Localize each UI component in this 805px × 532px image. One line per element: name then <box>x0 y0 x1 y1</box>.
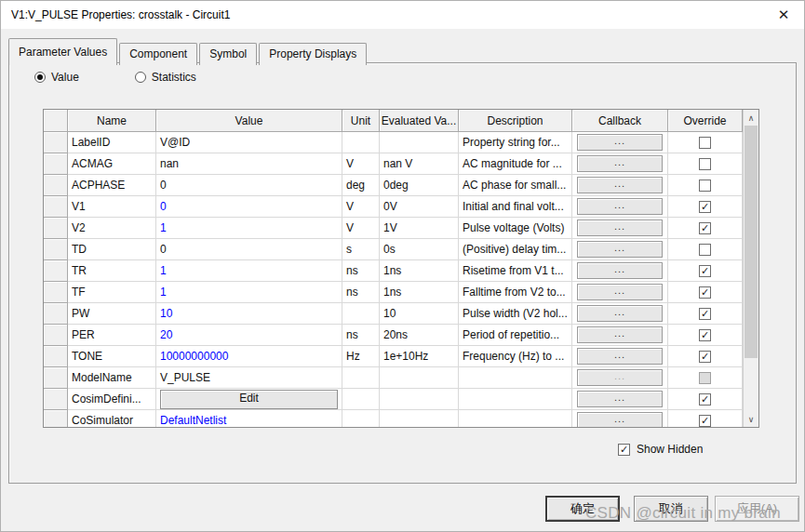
cell-value[interactable]: 1 <box>156 260 342 282</box>
scroll-up-icon[interactable]: ∧ <box>744 110 758 126</box>
row-selector[interactable] <box>44 218 68 239</box>
vertical-scrollbar[interactable]: ∧ ∨ <box>743 110 758 427</box>
tab-property-displays[interactable]: Property Displays <box>259 43 367 65</box>
row-selector[interactable] <box>44 282 68 303</box>
override-checkbox[interactable]: ✓ <box>699 351 711 363</box>
cell-evaluated: 1ns <box>380 282 459 303</box>
callback-button[interactable]: ... <box>577 348 663 365</box>
row-selector[interactable] <box>44 239 68 260</box>
cell-evaluated: 10 <box>380 303 459 325</box>
callback-button[interactable]: ... <box>577 155 663 172</box>
override-checkbox[interactable]: ✓ <box>699 329 711 341</box>
override-checkbox[interactable]: ✓ <box>699 201 711 213</box>
cell-unit: s <box>342 239 380 260</box>
edit-button[interactable]: Edit <box>160 390 338 409</box>
cell-description: (Positive) delay tim... <box>459 239 572 260</box>
callback-button[interactable]: ... <box>577 326 663 343</box>
cell-value[interactable]: 1 <box>156 282 342 303</box>
row-selector[interactable] <box>44 132 68 153</box>
apply-button[interactable]: 应用(A) <box>715 496 799 522</box>
cell-value[interactable]: V@ID <box>156 132 342 153</box>
row-selector[interactable] <box>44 303 68 325</box>
override-checkbox[interactable]: ✓ <box>699 222 711 234</box>
cell-callback: ... <box>572 346 668 367</box>
value-text: 10 <box>160 307 172 320</box>
row-selector[interactable] <box>44 325 68 346</box>
cell-description: AC magnitude for ... <box>459 153 572 175</box>
cell-value[interactable]: DefaultNetlist <box>156 410 342 427</box>
radio-value-icon[interactable] <box>34 72 46 83</box>
override-checkbox[interactable]: ✓ <box>699 286 711 299</box>
row-selector[interactable] <box>44 260 68 282</box>
cell-value[interactable]: 0 <box>156 239 342 260</box>
cell-override <box>668 132 743 153</box>
cell-override <box>668 153 743 175</box>
properties-dialog: V1:V_PULSE Properties: crosstalk - Circu… <box>0 0 805 532</box>
callback-button[interactable]: ... <box>577 198 663 215</box>
override-checkbox[interactable]: ✓ <box>699 308 711 320</box>
cell-description: Period of repetitio... <box>459 325 572 346</box>
cell-callback: ... <box>572 132 668 153</box>
cell-evaluated: 0deg <box>380 175 459 196</box>
scroll-down-icon[interactable]: ∨ <box>744 411 758 427</box>
cell-unit: V <box>342 153 380 175</box>
cell-value[interactable]: nan <box>156 153 342 175</box>
cell-value[interactable]: 0 <box>156 196 342 218</box>
cell-callback: ... <box>572 367 668 389</box>
radio-value[interactable]: Value <box>34 71 79 84</box>
row-selector[interactable] <box>44 346 68 367</box>
cell-value[interactable]: 10 <box>156 303 342 325</box>
cell-value[interactable]: Edit <box>156 389 342 410</box>
cell-value[interactable]: 1 <box>156 218 342 239</box>
callback-button[interactable]: ... <box>577 262 663 279</box>
cell-value[interactable]: 10000000000 <box>156 346 342 367</box>
cell-name: V2 <box>68 218 156 239</box>
cancel-button[interactable]: 取消 <box>634 496 708 522</box>
callback-button[interactable]: ... <box>577 219 663 236</box>
cell-value[interactable]: V_PULSE <box>156 367 342 389</box>
callback-button[interactable]: ... <box>577 305 663 322</box>
tab-parameter-values[interactable]: Parameter Values <box>8 38 117 65</box>
cell-value[interactable]: 0 <box>156 175 342 196</box>
cell-callback: ... <box>572 410 668 427</box>
cell-callback: ... <box>572 218 668 239</box>
cell-description <box>459 410 572 427</box>
radio-statistics-label: Statistics <box>152 71 196 84</box>
ok-button[interactable]: 确定 <box>545 496 620 522</box>
cell-unit: ns <box>342 260 380 282</box>
close-icon[interactable]: ✕ <box>769 1 798 29</box>
scrollbar-thumb[interactable] <box>745 126 758 358</box>
show-hidden-box-icon[interactable]: ✓ <box>618 444 630 456</box>
row-selector[interactable] <box>44 153 68 175</box>
row-selector[interactable] <box>44 196 68 218</box>
tab-component[interactable]: Component <box>119 43 197 65</box>
override-checkbox[interactable]: ✓ <box>699 415 711 427</box>
cell-value[interactable]: 20 <box>156 325 342 346</box>
override-checkbox[interactable]: ✓ <box>699 265 711 277</box>
parameter-values-panel: Value Statistics NameValueUnitEvaluated … <box>8 62 797 484</box>
tab-symbol[interactable]: Symbol <box>199 43 257 65</box>
row-selector[interactable] <box>44 175 68 196</box>
show-hidden-checkbox[interactable]: ✓ Show Hidden <box>618 443 703 456</box>
callback-button[interactable]: ... <box>577 412 663 427</box>
callback-button[interactable]: ... <box>577 134 663 151</box>
row-selector[interactable] <box>44 389 68 410</box>
value-text: nan <box>160 157 179 170</box>
callback-button[interactable]: ... <box>577 177 663 193</box>
override-checkbox[interactable] <box>699 158 711 170</box>
override-checkbox[interactable] <box>699 244 711 256</box>
callback-button[interactable]: ... <box>577 369 663 386</box>
callback-button[interactable]: ... <box>577 284 663 300</box>
parameter-table: NameValueUnitEvaluated Va...DescriptionC… <box>44 110 743 427</box>
row-selector[interactable] <box>44 410 68 427</box>
callback-button[interactable]: ... <box>577 391 663 407</box>
override-checkbox[interactable]: ✓ <box>699 393 711 406</box>
radio-statistics[interactable]: Statistics <box>135 71 196 84</box>
callback-button[interactable]: ... <box>577 241 663 258</box>
override-checkbox[interactable] <box>699 137 711 149</box>
override-checkbox[interactable] <box>699 372 711 384</box>
radio-statistics-icon[interactable] <box>135 72 146 83</box>
cell-evaluated: 1e+10Hz <box>380 346 459 367</box>
row-selector[interactable] <box>44 367 68 389</box>
override-checkbox[interactable] <box>699 180 711 192</box>
